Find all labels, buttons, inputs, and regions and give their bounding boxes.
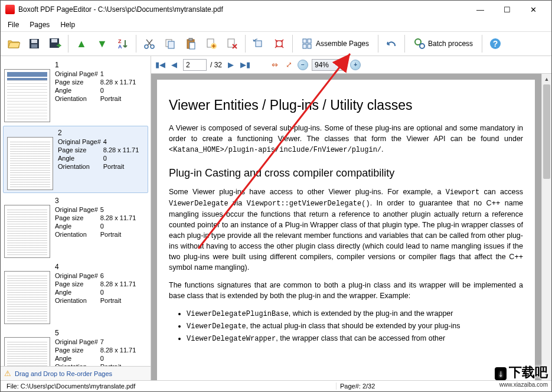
- fit-page-button[interactable]: ⤢: [283, 60, 294, 70]
- watermark: ↓下载吧 www.xiazaiba.com: [495, 364, 548, 388]
- paste-button[interactable]: [181, 34, 200, 53]
- first-page-button[interactable]: ▮◀: [155, 60, 165, 70]
- document-scroll-area[interactable]: Viewer Entities / Plug-ins / Utility cla…: [151, 74, 551, 380]
- svg-rect-20: [308, 39, 311, 43]
- zoom-in-button[interactable]: +: [350, 60, 361, 70]
- svg-rect-21: [303, 44, 306, 48]
- delete-button[interactable]: [223, 34, 241, 53]
- thumbnail-image: [4, 271, 50, 324]
- list-item: ViewerDelegatePluginBase, which is exten…: [187, 308, 523, 319]
- prev-page-button[interactable]: ◀: [169, 60, 179, 70]
- page-total-label: / 32: [210, 61, 222, 69]
- svg-rect-13: [190, 43, 195, 49]
- extract-button[interactable]: [270, 34, 289, 53]
- svg-rect-4: [51, 39, 57, 43]
- save-as-button[interactable]: [45, 34, 64, 53]
- svg-rect-1: [31, 40, 37, 43]
- thumbnail-image: [4, 337, 50, 366]
- svg-text:A: A: [118, 44, 122, 50]
- scissors-icon: [143, 38, 155, 50]
- svg-rect-22: [308, 44, 311, 48]
- thumbnail-meta: 3Original Page#5Page size8.28 x 11.71Ang…: [55, 197, 138, 258]
- help-button[interactable]: ?: [486, 34, 505, 53]
- warning-icon: ⚠: [4, 369, 11, 378]
- assemble-pages-button[interactable]: Assemble Pages: [296, 34, 374, 53]
- folder-open-icon: [7, 37, 20, 50]
- menu-pages[interactable]: Pages: [25, 19, 54, 30]
- svg-point-24: [420, 44, 424, 48]
- thumbnail-image: [7, 137, 53, 190]
- main-view: ▮◀ ◀ / 32 ▶ ▶▮ ⇔ ⤢ − 94% + Viewer Entiti…: [151, 56, 551, 380]
- page-x-icon: [226, 38, 238, 50]
- status-bar: File: C:\Users\pc\Documents\mytranslate.…: [1, 380, 551, 391]
- doc-heading-2: Plug-in Casting and cross compiler compa…: [169, 167, 523, 179]
- svg-rect-19: [303, 39, 306, 43]
- insert-button[interactable]: [202, 34, 221, 53]
- page-down-button[interactable]: ▼: [93, 34, 112, 53]
- thumbnail-image: [4, 69, 50, 122]
- cut-button[interactable]: [140, 34, 159, 53]
- svg-rect-2: [31, 44, 37, 48]
- last-page-button[interactable]: ▶▮: [240, 60, 250, 70]
- thumbnail-row[interactable]: 4Original Page#6Page size8.28 x 11.71Ang…: [1, 260, 151, 326]
- thumbnail-sidebar: 1Original Page#1Page size8.28 x 11.71Ang…: [1, 56, 151, 380]
- rotate-icon: [253, 38, 264, 50]
- batch-process-button[interactable]: Batch process: [409, 34, 478, 53]
- vertical-scrollbar[interactable]: ▲ ▼: [541, 74, 551, 380]
- content-area: 1Original Page#1Page size8.28 x 11.71Ang…: [1, 56, 551, 380]
- main-toolbar: ▲ ▼ ZA Assemble Pages Batch process ?: [1, 31, 551, 56]
- thumbnail-meta: 5Original Page#7Page size8.28 x 11.71Ang…: [55, 329, 138, 366]
- undo-button[interactable]: [382, 34, 401, 53]
- close-button[interactable]: ✕: [520, 1, 547, 18]
- floppy-icon: [28, 38, 40, 50]
- doc-para-1: A Viewer is composed of several sub-plug…: [169, 123, 523, 155]
- gears-icon: [414, 38, 426, 50]
- document-page: Viewer Entities / Plug-ins / Utility cla…: [157, 80, 535, 380]
- window-title: Boxoft PDF PageEditor - C:\Users\pc\Docu…: [18, 5, 467, 14]
- doc-para-3: The functions signatures that are common…: [169, 280, 523, 301]
- maximize-button[interactable]: ☐: [494, 1, 520, 18]
- page-number-input[interactable]: [183, 59, 207, 71]
- zoom-combo[interactable]: 94%: [312, 59, 347, 71]
- save-button[interactable]: [25, 34, 44, 53]
- minimize-button[interactable]: —: [467, 1, 494, 18]
- zoom-out-button[interactable]: −: [298, 60, 308, 70]
- thumbnail-image: [4, 205, 50, 258]
- thumbnail-row[interactable]: 3Original Page#5Page size8.28 x 11.71Ang…: [1, 194, 151, 260]
- nav-toolbar: ▮◀ ◀ / 32 ▶ ▶▮ ⇔ ⤢ − 94% +: [151, 56, 551, 74]
- scroll-thumb[interactable]: [543, 84, 550, 179]
- expand-icon: [273, 38, 285, 50]
- thumbnail-row[interactable]: 2Original Page#4Page size8.28 x 11.71Ang…: [3, 126, 148, 193]
- menu-bar: File Pages Help: [1, 18, 551, 31]
- sort-za-icon: ZA: [117, 38, 129, 50]
- scroll-up-button[interactable]: ▲: [542, 74, 551, 84]
- menu-file[interactable]: File: [3, 19, 24, 30]
- dnd-hint-label: Drag and Drop to Re-order Pages: [15, 370, 112, 377]
- doc-para-2: Some Viewer plug-ins have access to othe…: [169, 187, 523, 273]
- thumbnail-meta: 4Original Page#6Page size8.28 x 11.71Ang…: [55, 263, 138, 324]
- undo-icon: [386, 38, 397, 50]
- svg-rect-16: [228, 39, 234, 47]
- help-icon: ?: [489, 37, 502, 50]
- page-plus-icon: [205, 38, 217, 50]
- list-item: ViewerDelegate, the actual plug-in class…: [187, 321, 523, 332]
- doc-list: ViewerDelegatePluginBase, which is exten…: [187, 308, 523, 344]
- rotate-button[interactable]: [249, 34, 268, 53]
- title-bar: Boxoft PDF PageEditor - C:\Users\pc\Docu…: [1, 1, 551, 18]
- svg-text:?: ?: [493, 39, 498, 48]
- doc-heading-1: Viewer Entities / Plug-ins / Utility cla…: [169, 97, 523, 113]
- copy-button[interactable]: [161, 34, 179, 53]
- open-button[interactable]: [4, 34, 23, 53]
- thumbnail-row[interactable]: 1Original Page#1Page size8.28 x 11.71Ang…: [1, 58, 151, 125]
- svg-rect-10: [168, 41, 174, 48]
- sort-button[interactable]: ZA: [113, 34, 132, 53]
- list-item: ViewerDelegateWrapper, the wrapper class…: [187, 333, 523, 344]
- thumbnail-list[interactable]: 1Original Page#1Page size8.28 x 11.71Ang…: [1, 56, 151, 366]
- batch-label: Batch process: [428, 40, 473, 48]
- page-up-button[interactable]: ▲: [72, 34, 91, 53]
- thumbnail-row[interactable]: 5Original Page#7Page size8.28 x 11.71Ang…: [1, 326, 151, 366]
- status-file: File: C:\Users\pc\Documents\mytranslate.…: [3, 383, 337, 390]
- fit-width-button[interactable]: ⇔: [269, 60, 280, 70]
- menu-help[interactable]: Help: [55, 19, 80, 30]
- next-page-button[interactable]: ▶: [226, 60, 236, 70]
